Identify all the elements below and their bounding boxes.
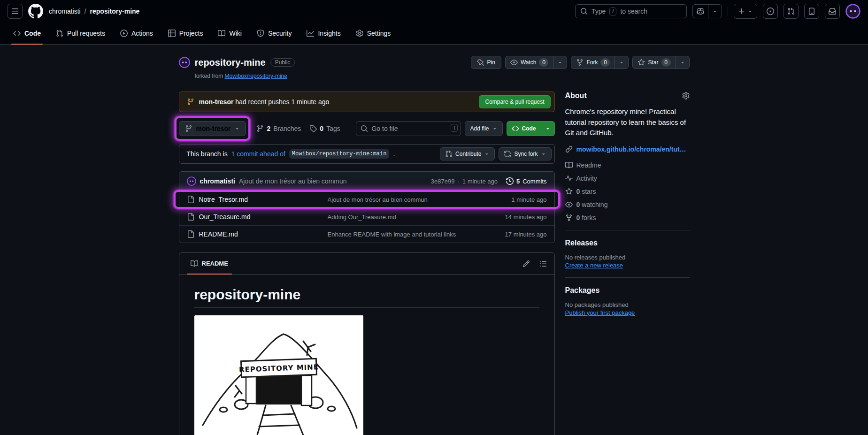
git-pull-request-icon xyxy=(56,30,63,37)
forked-from-link[interactable]: Mowibox/repository-mine xyxy=(225,73,287,79)
file-commit-message-link[interactable]: Ajout de mon trésor au bien commun xyxy=(328,196,476,203)
global-search-input[interactable]: Type / to search xyxy=(575,4,687,18)
commit-time-link[interactable]: 1 minute ago xyxy=(462,178,498,185)
repo-header: repository-mine Public Pin Watch 0 xyxy=(179,54,690,71)
outline-button[interactable] xyxy=(536,256,551,271)
user-avatar[interactable] xyxy=(845,4,860,19)
copilot-button[interactable] xyxy=(693,5,708,18)
publish-package-link[interactable]: Publish your first package xyxy=(565,309,635,316)
website-link[interactable]: mowibox.github.io/chroma/en/tutori… xyxy=(576,145,690,153)
fork-menu-button[interactable] xyxy=(615,56,628,69)
website-row: mowibox.github.io/chroma/en/tutori… xyxy=(565,145,690,153)
releases-title: Releases xyxy=(565,239,690,247)
activity-meta-link[interactable]: Activity xyxy=(565,175,690,182)
eye-icon xyxy=(565,201,573,208)
create-release-link[interactable]: Create a new release xyxy=(565,262,623,269)
tab-projects[interactable]: Projects xyxy=(162,23,209,44)
packages-empty-text: No packages published xyxy=(565,301,690,308)
star-button[interactable]: Star 0 xyxy=(633,56,675,69)
watching-meta-link[interactable]: 0 watching xyxy=(565,201,690,208)
readme-meta-link[interactable]: Readme xyxy=(565,161,690,169)
releases-section: Releases No releases published Create a … xyxy=(565,230,690,269)
code-toolbar: mon-tresor 2 Branches 0 Tags xyxy=(179,121,555,137)
tab-settings[interactable]: Settings xyxy=(350,23,397,44)
tab-readme[interactable]: README xyxy=(187,253,232,274)
file-commit-message-link[interactable]: Adding Our_Treasure.md xyxy=(328,214,476,221)
tags-link[interactable]: 0 Tags xyxy=(309,125,340,132)
chevron-down-icon xyxy=(619,60,624,65)
chevron-down-icon xyxy=(545,126,551,131)
tab-code[interactable]: Code xyxy=(8,23,46,44)
star-button-group: Star 0 xyxy=(632,56,689,69)
file-link[interactable]: Notre_Tresor.md xyxy=(199,196,248,203)
repo-description: Chrome's repository mine! Practical tuto… xyxy=(565,107,690,138)
tab-pull-requests[interactable]: Pull requests xyxy=(50,23,111,44)
issue-opened-icon xyxy=(767,8,774,15)
add-file-button[interactable]: Add file xyxy=(465,122,502,136)
edit-readme-button[interactable] xyxy=(519,256,534,271)
file-icon xyxy=(187,196,194,203)
contribute-button[interactable]: Contribute xyxy=(440,148,494,160)
repo-nav: Code Pull requests Actions Projects Wiki… xyxy=(0,23,868,45)
file-link[interactable]: README.md xyxy=(199,230,238,238)
history-icon xyxy=(506,177,514,185)
commit-author-link[interactable]: chromatisti xyxy=(200,177,235,185)
issues-icon-button[interactable] xyxy=(763,4,778,19)
header-divider xyxy=(728,7,728,16)
go-to-file-input[interactable] xyxy=(356,121,461,136)
upstream-ref: Mowibox/repository-mine:main xyxy=(289,149,390,159)
commits-ahead-link[interactable]: 1 commit ahead of xyxy=(231,150,285,158)
file-link[interactable]: Our_Treasure.md xyxy=(199,213,251,221)
pin-button[interactable]: Pin xyxy=(471,56,501,69)
pull-requests-icon-button[interactable] xyxy=(784,4,799,19)
watch-button[interactable]: Watch 0 xyxy=(506,56,553,69)
sync-fork-button[interactable]: Sync fork xyxy=(499,148,551,160)
create-new-button[interactable] xyxy=(734,4,757,19)
add-file-button-group: Add file xyxy=(465,121,502,136)
copilot-menu-button[interactable] xyxy=(708,5,722,18)
pin-icon xyxy=(477,59,484,66)
about-settings-gear-icon[interactable] xyxy=(682,92,690,99)
packages-title: Packages xyxy=(565,286,690,295)
branch-status-bar: This branch is 1 commit ahead of Mowibox… xyxy=(179,144,555,164)
chevron-down-icon xyxy=(680,60,685,65)
search-icon xyxy=(580,8,588,15)
fork-button[interactable]: Fork 0 xyxy=(571,56,615,69)
star-count: 0 xyxy=(661,58,671,67)
stars-meta-link[interactable]: 0 stars xyxy=(565,188,690,195)
recent-push-banner: mon-tresor had recent pushes 1 minute ag… xyxy=(179,92,555,112)
star-menu-button[interactable] xyxy=(676,56,689,69)
code-download-button[interactable]: Code xyxy=(507,122,541,136)
file-icon xyxy=(187,213,194,221)
repo-owner-avatar xyxy=(179,57,190,68)
breadcrumb-owner[interactable]: chromatisti xyxy=(49,8,81,15)
commit-message-link[interactable]: Ajout de mon trésor au bien commun xyxy=(239,177,347,185)
hamburger-menu-button[interactable] xyxy=(8,4,23,19)
code-menu-button[interactable] xyxy=(541,122,554,136)
tab-security[interactable]: Security xyxy=(251,23,298,44)
repo-title[interactable]: repository-mine xyxy=(195,57,266,68)
project-table-icon xyxy=(168,30,176,37)
breadcrumb-repo[interactable]: repository-mine xyxy=(90,8,140,15)
tab-wiki[interactable]: Wiki xyxy=(212,23,247,44)
forks-meta-link[interactable]: 0 forks xyxy=(565,214,690,221)
breadcrumb: chromatisti / repository-mine xyxy=(49,8,139,15)
commits-history-link[interactable]: 5 Commits xyxy=(506,177,547,185)
compare-pull-request-button[interactable]: Compare & pull request xyxy=(479,95,550,108)
tab-actions[interactable]: Actions xyxy=(115,23,159,44)
star-icon xyxy=(565,188,573,195)
file-commit-message-link[interactable]: Enhance README with image and tutorial l… xyxy=(328,231,476,238)
branch-selector[interactable]: mon-tresor xyxy=(179,121,246,136)
commit-sha-link[interactable]: 3e87e99 xyxy=(431,178,455,185)
devices-icon-button[interactable] xyxy=(804,4,819,19)
file-commit-time-link[interactable]: 17 minutes ago xyxy=(476,231,547,238)
file-commit-time-link[interactable]: 1 minute ago xyxy=(476,196,547,203)
repository-mine-image[interactable]: REPOSITORY MINE xyxy=(194,315,363,435)
commit-meta: 3e87e99 · 1 minute ago 5 Commits xyxy=(431,177,547,185)
tab-insights[interactable]: Insights xyxy=(301,23,346,44)
file-commit-time-link[interactable]: 14 minutes ago xyxy=(476,214,547,221)
branches-link[interactable]: 2 Branches xyxy=(256,125,301,132)
watch-menu-button[interactable] xyxy=(553,56,567,69)
github-logo[interactable] xyxy=(28,4,43,19)
notifications-inbox-button[interactable] xyxy=(825,4,840,19)
